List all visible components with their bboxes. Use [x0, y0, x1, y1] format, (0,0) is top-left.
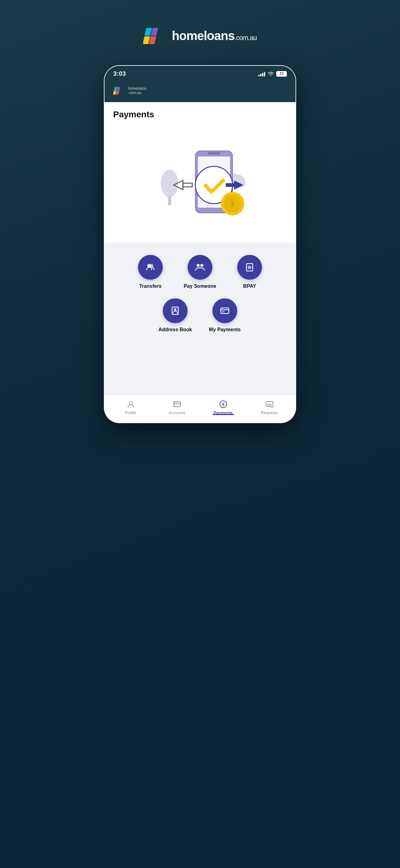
status-icons: 77 [258, 71, 287, 77]
svg-marker-4 [114, 87, 117, 91]
signal-icon [258, 71, 265, 76]
svg-marker-6 [113, 91, 116, 95]
svg-marker-7 [116, 91, 120, 95]
my-payments-icon-circle [212, 298, 237, 323]
bpay-label: BPAY [243, 283, 256, 289]
svg-marker-2 [143, 36, 150, 44]
battery-indicator: 77 [276, 71, 287, 77]
accounts-nav-icon [173, 400, 181, 408]
top-logo: homeloans.com.au [143, 25, 257, 46]
nav-requests-label: Requests [261, 410, 278, 415]
address-book-icon [170, 305, 181, 316]
svg-text:$: $ [222, 402, 225, 407]
transfers-label: Transfers [139, 283, 162, 289]
svg-point-36 [129, 401, 132, 404]
phone-shell: 3:03 77 [104, 65, 296, 423]
top-logo-icon [143, 25, 168, 46]
status-time: 3:03 [113, 70, 126, 77]
svg-rect-35 [222, 311, 225, 312]
brand-domain: .com.au [234, 34, 257, 41]
app-header-logo-name: homeloans [128, 86, 146, 91]
transfers-icon-circle [138, 255, 163, 280]
pay-someone-icon-circle [188, 255, 212, 280]
actions-section: Transfers Pay Someone [104, 243, 296, 357]
bottom-nav: Profile Accounts $ Payments [104, 395, 296, 423]
nav-profile-label: Profile [125, 410, 136, 415]
svg-marker-1 [151, 28, 158, 36]
transfers-action[interactable]: Transfers [129, 255, 172, 289]
pay-someone-action[interactable]: Pay Someone [178, 255, 222, 289]
svg-rect-20 [183, 183, 192, 187]
wifi-icon [268, 71, 274, 76]
brand-name: homeloans [172, 29, 234, 42]
svg-rect-33 [221, 308, 229, 314]
app-header: homeloans .com.au [104, 81, 296, 102]
hero-illustration: $ [147, 135, 253, 225]
svg-rect-18 [226, 183, 235, 187]
nav-payments[interactable]: $ Payments [200, 400, 246, 415]
svg-marker-0 [144, 28, 152, 36]
outer-wrapper: homeloans.com.au 3:03 [88, 25, 312, 423]
nav-payments-label: Payments [214, 410, 233, 415]
svg-point-26 [197, 264, 200, 267]
pay-someone-label: Pay Someone [184, 283, 216, 289]
my-payments-icon [219, 305, 230, 316]
profile-nav-icon [127, 400, 135, 408]
svg-rect-9 [168, 196, 171, 205]
bpay-action[interactable]: B BPAY [228, 255, 271, 289]
payments-nav-icon: $ [219, 400, 228, 408]
my-payments-action[interactable]: My Payments [203, 298, 246, 333]
svg-point-8 [161, 169, 178, 197]
nav-accounts-label: Accounts [169, 410, 185, 415]
requests-nav-icon [265, 400, 274, 408]
bpay-icon-circle: B [237, 255, 262, 280]
transfers-icon [145, 262, 156, 273]
actions-row-2: Address Book My Payments [111, 298, 289, 333]
svg-text:$: $ [231, 199, 235, 208]
svg-rect-45 [270, 405, 273, 407]
content-spacer [104, 357, 296, 395]
svg-rect-15 [208, 152, 220, 155]
address-book-label: Address Book [159, 327, 192, 333]
app-header-brand-text: homeloans .com.au [128, 86, 146, 95]
pay-someone-icon [194, 262, 206, 273]
app-header-logo-domain: .com.au [128, 91, 146, 95]
address-book-icon-circle [163, 298, 188, 323]
svg-point-32 [174, 308, 176, 311]
page-title: Payments [113, 110, 287, 120]
app-header-logo-icon [113, 85, 125, 96]
svg-marker-3 [149, 36, 156, 44]
svg-point-27 [200, 264, 203, 267]
status-bar: 3:03 77 [104, 66, 296, 81]
nav-active-indicator [212, 414, 234, 415]
actions-row-1: Transfers Pay Someone [111, 255, 289, 289]
hero-area: $ [104, 124, 296, 243]
top-brand-text: homeloans.com.au [172, 30, 257, 42]
svg-marker-5 [116, 87, 120, 91]
nav-accounts[interactable]: Accounts [154, 400, 200, 415]
bpay-icon: B [244, 262, 255, 273]
my-payments-label: My Payments [209, 327, 241, 333]
nav-requests[interactable]: Requests [246, 400, 292, 415]
page-title-bar: Payments [104, 102, 296, 124]
battery-level: 77 [279, 72, 284, 76]
nav-profile[interactable]: Profile [108, 400, 154, 415]
address-book-action[interactable]: Address Book [154, 298, 197, 333]
